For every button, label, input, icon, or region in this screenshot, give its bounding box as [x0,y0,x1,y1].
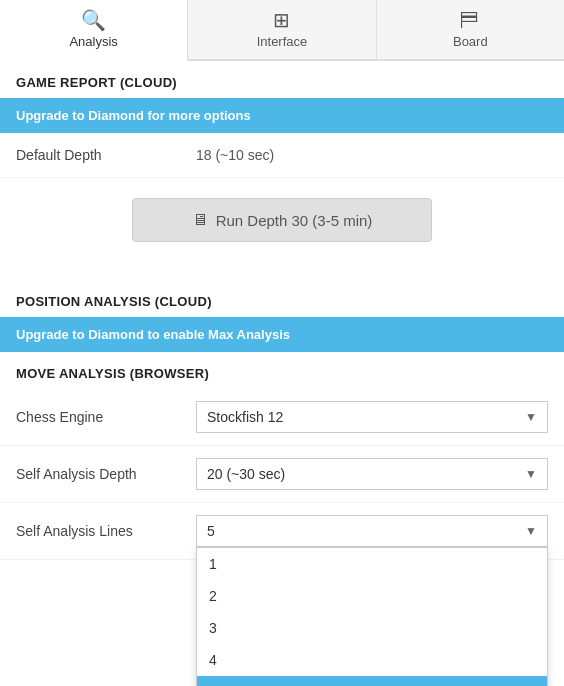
self-analysis-depth-dropdown[interactable]: 20 (~30 sec) ▼ [196,458,548,490]
tab-interface-label: Interface [257,34,308,49]
self-analysis-lines-value: 5 [207,523,215,539]
tab-bar: 🔍 Analysis ⊞ Interface ⛿ Board [0,0,564,61]
lines-option-3[interactable]: 3 [197,612,547,644]
position-analysis-title: POSITION ANALYSIS (CLOUD) [0,280,564,317]
tab-analysis[interactable]: 🔍 Analysis [0,0,188,61]
chess-engine-value: Stockfish 12 [207,409,283,425]
run-depth-label: Run Depth 30 (3-5 min) [216,212,373,229]
self-analysis-lines-label: Self Analysis Lines [16,523,196,539]
chess-engine-label: Chess Engine [16,409,196,425]
default-depth-label: Default Depth [16,147,196,163]
tab-analysis-label: Analysis [69,34,117,49]
game-report-upgrade-banner[interactable]: Upgrade to Diamond for more options [0,98,564,133]
default-depth-value: 18 (~10 sec) [196,147,274,163]
position-analysis-upgrade-banner[interactable]: Upgrade to Diamond to enable Max Analysi… [0,317,564,352]
self-analysis-lines-dropdown[interactable]: 5 ▼ [196,515,548,547]
tab-interface[interactable]: ⊞ Interface [188,0,376,59]
self-analysis-depth-row: Self Analysis Depth 20 (~30 sec) ▼ [0,446,564,503]
self-analysis-lines-wrapper: 5 ▼ 1 2 3 4 5 [196,515,548,547]
lines-option-4[interactable]: 4 [197,644,547,676]
lines-option-1[interactable]: 1 [197,548,547,580]
lines-option-5[interactable]: 5 [197,676,547,686]
self-analysis-lines-menu: 1 2 3 4 5 [196,547,548,686]
self-analysis-lines-arrow-icon: ▼ [525,524,537,538]
chess-engine-row: Chess Engine Stockfish 12 ▼ [0,389,564,446]
board-icon: ⛿ [460,10,480,30]
default-depth-row: Default Depth 18 (~10 sec) [0,133,564,178]
analysis-icon: 🔍 [81,10,106,30]
lines-option-2[interactable]: 2 [197,580,547,612]
self-analysis-lines-row: Self Analysis Lines 5 ▼ 1 2 3 4 5 [0,503,564,560]
chess-engine-arrow-icon: ▼ [525,410,537,424]
chess-engine-dropdown[interactable]: Stockfish 12 ▼ [196,401,548,433]
tab-board-label: Board [453,34,488,49]
tab-board[interactable]: ⛿ Board [377,0,564,59]
self-analysis-depth-value: 20 (~30 sec) [207,466,285,482]
run-depth-button[interactable]: 🖥 Run Depth 30 (3-5 min) [132,198,432,242]
move-analysis-title: MOVE ANALYSIS (BROWSER) [0,352,564,389]
interface-icon: ⊞ [273,10,290,30]
computer-icon: 🖥 [192,211,208,229]
game-report-title: GAME REPORT (CLOUD) [0,61,564,98]
self-analysis-depth-arrow-icon: ▼ [525,467,537,481]
self-analysis-depth-label: Self Analysis Depth [16,466,196,482]
